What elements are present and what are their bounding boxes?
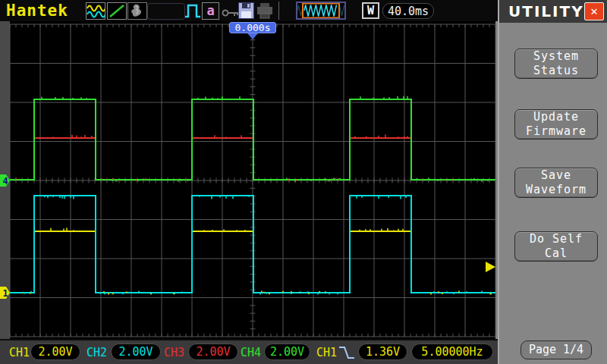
menu-header: UTILITY ✕ [499, 0, 607, 23]
waveform-traces [10, 99, 495, 293]
ch1-label[interactable]: CH1 [9, 346, 30, 359]
trigger-level-marker[interactable] [486, 262, 495, 272]
toolbar-divider [278, 2, 279, 20]
channel-marker-1[interactable]: 1 [0, 287, 10, 299]
status-bar: CH1 2.00V CH2 2.00V CH3 2.00V CH4 2.00V … [0, 339, 498, 364]
noise-snapshot-icon[interactable] [127, 2, 147, 20]
do-self-cal-button[interactable]: Do Self Cal [514, 231, 598, 262]
menu-sidebar: UTILITY ✕ System Status Update Firmware … [498, 0, 607, 364]
top-toolbar: Hantek a [0, 0, 498, 21]
ch4-scale-readout[interactable]: 2.00V [264, 344, 310, 360]
update-firmware-button[interactable]: Update Firmware [514, 109, 598, 140]
svg-text:1: 1 [3, 288, 8, 299]
save-floppy-icon[interactable] [238, 2, 254, 19]
window-mode-icon[interactable]: W [362, 2, 379, 19]
menu-title: UTILITY [508, 2, 584, 20]
horizontal-position-pointer [247, 33, 258, 39]
empty-toolbar-slot [147, 3, 185, 20]
save-waveform-button[interactable]: Save Waveform [514, 168, 598, 198]
ch3-label[interactable]: CH3 [164, 346, 184, 359]
pulse-trigger-icon[interactable] [184, 2, 201, 19]
ramp-line-icon[interactable] [107, 2, 127, 20]
page-indicator-button[interactable]: Page 1/4 [521, 340, 592, 359]
scope-display: 41 0.000s [0, 21, 498, 339]
system-status-button[interactable]: System Status [514, 49, 598, 79]
key-lock-icon[interactable] [222, 6, 240, 15]
ch1-scale-readout[interactable]: 2.00V [30, 344, 80, 360]
close-icon[interactable]: ✕ [584, 2, 604, 20]
trigger-frequency-readout: 5.00000Hz [411, 344, 493, 360]
timebase-readout[interactable]: 40.0ms [382, 3, 434, 19]
ch4-label[interactable]: CH4 [241, 346, 261, 359]
ch3-scale-readout[interactable]: 2.00V [188, 344, 238, 360]
brand-logo: Hantek [6, 2, 68, 20]
waveform-preview[interactable] [296, 2, 346, 20]
oscilloscope-screen: Hantek a [0, 0, 607, 364]
print-icon[interactable] [256, 3, 273, 19]
trace-ch4 [10, 99, 495, 180]
trigger-source-label[interactable]: CH1 [316, 346, 337, 359]
trace-ch2 [10, 196, 495, 293]
ch2-label[interactable]: CH2 [86, 346, 107, 359]
ch2-scale-readout[interactable]: 2.00V [111, 344, 161, 360]
trigger-level-readout[interactable]: 1.36V [358, 344, 407, 360]
falling-edge-icon [338, 345, 355, 360]
auto-measure-icon[interactable]: a [202, 2, 219, 20]
svg-text:4: 4 [3, 176, 8, 187]
channel-waves-icon[interactable] [86, 2, 105, 20]
waveform-plot: 41 [0, 21, 498, 339]
horizontal-position-marker[interactable]: 0.000s [229, 22, 276, 33]
channel-marker-4[interactable]: 4 [0, 174, 10, 187]
